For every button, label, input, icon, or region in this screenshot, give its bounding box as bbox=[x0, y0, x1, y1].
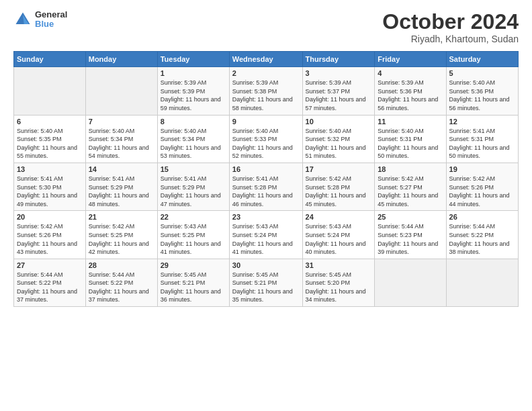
day-info: Sunrise: 5:42 AMSunset: 5:28 PMDaylight:… bbox=[306, 175, 372, 208]
day-info: Sunrise: 5:39 AMSunset: 5:39 PMDaylight:… bbox=[161, 79, 226, 112]
col-tuesday: Tuesday bbox=[157, 52, 229, 67]
day-number: 20 bbox=[17, 213, 83, 221]
week-row-5: 27Sunrise: 5:44 AMSunset: 5:22 PMDayligh… bbox=[14, 259, 519, 306]
day-info: Sunrise: 5:45 AMSunset: 5:20 PMDaylight:… bbox=[306, 271, 372, 304]
day-cell: 22Sunrise: 5:43 AMSunset: 5:25 PMDayligh… bbox=[157, 211, 229, 259]
day-number: 10 bbox=[306, 118, 372, 126]
day-cell: 13Sunrise: 5:41 AMSunset: 5:30 PMDayligh… bbox=[14, 163, 86, 210]
week-row-3: 13Sunrise: 5:41 AMSunset: 5:30 PMDayligh… bbox=[14, 163, 519, 210]
day-number: 3 bbox=[306, 69, 372, 77]
day-cell: 9Sunrise: 5:40 AMSunset: 5:33 PMDaylight… bbox=[229, 115, 302, 163]
day-cell: 3Sunrise: 5:39 AMSunset: 5:37 PMDaylight… bbox=[302, 67, 375, 115]
day-cell: 26Sunrise: 5:44 AMSunset: 5:22 PMDayligh… bbox=[446, 211, 518, 259]
day-cell: 10Sunrise: 5:40 AMSunset: 5:32 PMDayligh… bbox=[302, 115, 375, 163]
calendar-title: October 2024 bbox=[382, 10, 519, 34]
day-info: Sunrise: 5:44 AMSunset: 5:22 PMDaylight:… bbox=[89, 271, 154, 304]
week-row-2: 6Sunrise: 5:40 AMSunset: 5:35 PMDaylight… bbox=[14, 115, 519, 163]
day-cell: 4Sunrise: 5:39 AMSunset: 5:36 PMDaylight… bbox=[375, 67, 446, 115]
day-cell: 12Sunrise: 5:41 AMSunset: 5:31 PMDayligh… bbox=[446, 115, 518, 163]
calendar-table: Sunday Monday Tuesday Wednesday Thursday… bbox=[13, 51, 519, 307]
day-info: Sunrise: 5:40 AMSunset: 5:32 PMDaylight:… bbox=[306, 127, 372, 161]
day-info: Sunrise: 5:43 AMSunset: 5:25 PMDaylight:… bbox=[161, 222, 226, 256]
day-number: 15 bbox=[161, 165, 226, 173]
day-info: Sunrise: 5:40 AMSunset: 5:35 PMDaylight:… bbox=[17, 127, 83, 161]
day-cell: 27Sunrise: 5:44 AMSunset: 5:22 PMDayligh… bbox=[14, 259, 86, 306]
day-cell bbox=[14, 67, 86, 115]
day-info: Sunrise: 5:40 AMSunset: 5:33 PMDaylight:… bbox=[232, 127, 300, 161]
day-cell: 24Sunrise: 5:43 AMSunset: 5:24 PMDayligh… bbox=[302, 211, 375, 259]
day-number: 29 bbox=[161, 261, 226, 269]
day-number: 24 bbox=[306, 213, 372, 221]
day-info: Sunrise: 5:44 AMSunset: 5:22 PMDaylight:… bbox=[449, 222, 515, 256]
day-number: 6 bbox=[17, 118, 83, 126]
day-cell: 14Sunrise: 5:41 AMSunset: 5:29 PMDayligh… bbox=[85, 163, 157, 210]
day-cell: 20Sunrise: 5:42 AMSunset: 5:26 PMDayligh… bbox=[14, 211, 86, 259]
day-info: Sunrise: 5:40 AMSunset: 5:34 PMDaylight:… bbox=[161, 127, 226, 161]
calendar-subtitle: Riyadh, Khartoum, Sudan bbox=[382, 34, 519, 44]
day-info: Sunrise: 5:40 AMSunset: 5:31 PMDaylight:… bbox=[378, 127, 443, 161]
day-cell: 5Sunrise: 5:40 AMSunset: 5:36 PMDaylight… bbox=[446, 67, 518, 115]
day-number: 13 bbox=[17, 165, 83, 173]
day-number: 7 bbox=[89, 118, 154, 126]
day-cell: 30Sunrise: 5:45 AMSunset: 5:21 PMDayligh… bbox=[229, 259, 302, 306]
logo-text: General Blue bbox=[35, 10, 67, 30]
day-info: Sunrise: 5:42 AMSunset: 5:26 PMDaylight:… bbox=[449, 175, 515, 208]
day-cell: 28Sunrise: 5:44 AMSunset: 5:22 PMDayligh… bbox=[85, 259, 157, 306]
col-monday: Monday bbox=[85, 52, 157, 67]
day-info: Sunrise: 5:39 AMSunset: 5:38 PMDaylight:… bbox=[232, 79, 300, 112]
day-info: Sunrise: 5:43 AMSunset: 5:24 PMDaylight:… bbox=[306, 222, 372, 256]
day-number: 4 bbox=[378, 69, 443, 77]
day-number: 19 bbox=[449, 165, 515, 173]
page: General Blue October 2024 Riyadh, Kharto… bbox=[0, 0, 532, 411]
day-number: 11 bbox=[378, 118, 443, 126]
col-wednesday: Wednesday bbox=[229, 52, 302, 67]
day-number: 23 bbox=[232, 213, 300, 221]
day-number: 12 bbox=[449, 118, 515, 126]
day-number: 26 bbox=[449, 213, 515, 221]
day-number: 16 bbox=[232, 165, 300, 173]
day-cell bbox=[446, 259, 518, 306]
day-info: Sunrise: 5:44 AMSunset: 5:22 PMDaylight:… bbox=[17, 271, 83, 304]
day-cell bbox=[375, 259, 446, 306]
day-number: 5 bbox=[449, 69, 515, 77]
logo: General Blue bbox=[13, 10, 67, 30]
day-number: 27 bbox=[17, 261, 83, 269]
day-info: Sunrise: 5:39 AMSunset: 5:36 PMDaylight:… bbox=[378, 79, 443, 112]
day-cell: 8Sunrise: 5:40 AMSunset: 5:34 PMDaylight… bbox=[157, 115, 229, 163]
day-info: Sunrise: 5:45 AMSunset: 5:21 PMDaylight:… bbox=[161, 271, 226, 304]
day-cell: 21Sunrise: 5:42 AMSunset: 5:25 PMDayligh… bbox=[85, 211, 157, 259]
day-cell: 25Sunrise: 5:44 AMSunset: 5:23 PMDayligh… bbox=[375, 211, 446, 259]
logo-icon bbox=[13, 10, 32, 29]
day-cell: 19Sunrise: 5:42 AMSunset: 5:26 PMDayligh… bbox=[446, 163, 518, 210]
day-number: 31 bbox=[306, 261, 372, 269]
day-cell: 1Sunrise: 5:39 AMSunset: 5:39 PMDaylight… bbox=[157, 67, 229, 115]
logo-line2: Blue bbox=[35, 19, 67, 29]
day-info: Sunrise: 5:43 AMSunset: 5:24 PMDaylight:… bbox=[232, 222, 300, 256]
day-info: Sunrise: 5:42 AMSunset: 5:27 PMDaylight:… bbox=[378, 175, 443, 208]
day-info: Sunrise: 5:44 AMSunset: 5:23 PMDaylight:… bbox=[378, 222, 443, 256]
header: General Blue October 2024 Riyadh, Kharto… bbox=[13, 10, 519, 44]
col-saturday: Saturday bbox=[446, 52, 518, 67]
day-cell: 18Sunrise: 5:42 AMSunset: 5:27 PMDayligh… bbox=[375, 163, 446, 210]
calendar-header: Sunday Monday Tuesday Wednesday Thursday… bbox=[14, 52, 519, 67]
day-info: Sunrise: 5:42 AMSunset: 5:26 PMDaylight:… bbox=[17, 222, 83, 256]
day-info: Sunrise: 5:41 AMSunset: 5:28 PMDaylight:… bbox=[232, 175, 300, 208]
day-info: Sunrise: 5:41 AMSunset: 5:30 PMDaylight:… bbox=[17, 175, 83, 208]
day-cell bbox=[85, 67, 157, 115]
day-number: 22 bbox=[161, 213, 226, 221]
day-number: 28 bbox=[89, 261, 154, 269]
col-sunday: Sunday bbox=[14, 52, 86, 67]
day-cell: 17Sunrise: 5:42 AMSunset: 5:28 PMDayligh… bbox=[302, 163, 375, 210]
day-info: Sunrise: 5:41 AMSunset: 5:29 PMDaylight:… bbox=[161, 175, 226, 208]
day-cell: 11Sunrise: 5:40 AMSunset: 5:31 PMDayligh… bbox=[375, 115, 446, 163]
col-thursday: Thursday bbox=[302, 52, 375, 67]
day-cell: 15Sunrise: 5:41 AMSunset: 5:29 PMDayligh… bbox=[157, 163, 229, 210]
day-cell: 31Sunrise: 5:45 AMSunset: 5:20 PMDayligh… bbox=[302, 259, 375, 306]
day-number: 17 bbox=[306, 165, 372, 173]
day-number: 30 bbox=[232, 261, 300, 269]
calendar-body: 1Sunrise: 5:39 AMSunset: 5:39 PMDaylight… bbox=[14, 67, 519, 307]
day-number: 9 bbox=[232, 118, 300, 126]
week-row-1: 1Sunrise: 5:39 AMSunset: 5:39 PMDaylight… bbox=[14, 67, 519, 115]
day-info: Sunrise: 5:40 AMSunset: 5:34 PMDaylight:… bbox=[89, 127, 154, 161]
title-block: October 2024 Riyadh, Khartoum, Sudan bbox=[382, 10, 519, 44]
